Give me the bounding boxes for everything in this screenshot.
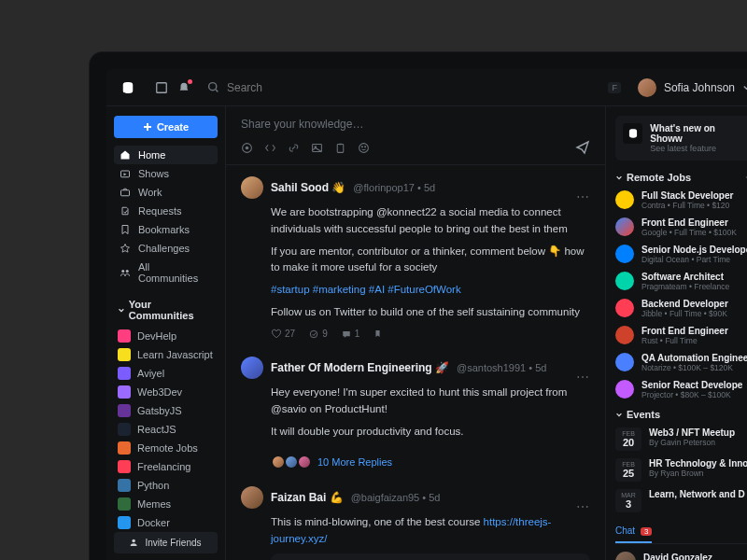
community-aviyel[interactable]: Aviyel (114, 364, 218, 383)
create-button[interactable]: Create (114, 116, 218, 138)
community-learn-javascript[interactable]: Learn Javascript (114, 345, 218, 364)
post-author[interactable]: Sahil Sood 👋 (271, 181, 345, 194)
whats-new-card[interactable]: What's new on Showw See latest feature (615, 116, 747, 161)
company-logo (615, 380, 634, 399)
job-item[interactable]: Full Stack DeveloperContra • Full Time •… (615, 190, 747, 210)
like-button[interactable]: 27 (271, 329, 295, 340)
community-memes[interactable]: Memes (114, 495, 218, 513)
search-field[interactable]: F (200, 77, 628, 98)
communities-heading[interactable]: Your Communities (118, 299, 218, 321)
nav-challenges[interactable]: Challenges (114, 239, 218, 258)
community-freelancing[interactable]: Freelancing (114, 457, 218, 476)
search-icon (207, 81, 219, 93)
svg-point-16 (310, 330, 317, 338)
post-avatar[interactable] (241, 486, 263, 509)
svg-point-15 (365, 146, 366, 147)
job-item[interactable]: Front End EngineerRust • Full Time (615, 326, 747, 345)
nav-requests[interactable]: Requests (114, 202, 218, 220)
composer[interactable]: Share your knowledge… (226, 106, 605, 165)
job-item[interactable]: Software ArchitectPragmateam • Freelance (615, 272, 747, 291)
svg-point-14 (361, 146, 362, 147)
job-item[interactable]: Senior React DevelopeProjector • $80K – … (615, 380, 747, 399)
post-author[interactable]: Father Of Modern Engineering 🚀 (271, 361, 449, 374)
svg-rect-3 (121, 190, 130, 196)
post-body: Hey everyone! I'm super excited to hunt … (241, 385, 590, 440)
post-more-button[interactable]: ⋯ (576, 499, 590, 514)
notifications-icon[interactable] (177, 81, 190, 94)
community-gatsbyjs[interactable]: GatsbyJS (114, 401, 218, 420)
event-item[interactable]: Mar3 Learn, Network and D (615, 489, 747, 512)
post-more-button[interactable]: ⋯ (576, 189, 590, 204)
link-icon[interactable] (288, 142, 300, 154)
post-handle: @baigfaizan95 • 5d (351, 492, 441, 503)
post-avatar[interactable] (241, 176, 263, 199)
clipboard-icon[interactable] (334, 142, 346, 154)
nav-all-communities[interactable]: All Communities (114, 258, 218, 287)
send-icon[interactable] (575, 140, 590, 155)
post-handle: @santosh1991 • 5d (457, 362, 546, 373)
comment-button[interactable]: 1 (341, 329, 360, 340)
feed: Share your knowledge… ⋯ Sahil Sood 👋 @fl… (226, 106, 605, 560)
chat-badge: 3 (641, 527, 652, 536)
nav-work[interactable]: Work (114, 183, 218, 202)
post-more-button[interactable]: ⋯ (576, 370, 590, 385)
post-body: This is mind-blowing, one of the best co… (241, 514, 590, 560)
bookmark-button[interactable] (373, 329, 383, 339)
company-logo (615, 272, 634, 290)
search-input[interactable] (227, 81, 600, 94)
community-icon (118, 404, 131, 417)
community-remote-jobs[interactable]: Remote Jobs (114, 439, 218, 457)
image-icon[interactable] (311, 142, 323, 154)
post-author[interactable]: Faizan Bai 💪 (271, 491, 344, 504)
link-card[interactable]: Three.js Journey — Learn WebGL with Thre… (271, 553, 590, 560)
post: ⋯ Faizan Bai 💪 @baigfaizan95 • 5d This i… (241, 486, 590, 560)
chat-user[interactable]: David GonzalezHello Developers! Anot (615, 552, 747, 560)
community-icon (118, 497, 131, 511)
event-date: Mar3 (615, 489, 641, 512)
search-kbd: F (608, 82, 621, 93)
user-menu[interactable]: Sofia Johnson (638, 78, 747, 97)
job-item[interactable]: Senior Node.js DevelopeDigital Ocean • P… (615, 245, 747, 264)
grid-icon[interactable] (155, 81, 168, 94)
nav-home[interactable]: Home (114, 146, 218, 164)
user-name: Sofia Johnson (664, 81, 735, 94)
chevron-down-icon (118, 306, 125, 314)
event-item[interactable]: Feb25 HR Technology & InnoBy Ryan Brown (615, 458, 747, 482)
boost-button[interactable]: 9 (308, 329, 328, 340)
job-item[interactable]: Backend DeveloperJibble • Full Time • $9… (615, 299, 747, 318)
community-reactjs[interactable]: ReactJS (114, 420, 218, 439)
post-avatar[interactable] (241, 357, 263, 379)
community-web3dev[interactable]: Web3Dev (114, 383, 218, 401)
community-icon (118, 348, 131, 361)
community-devhelp[interactable]: DevHelp (114, 327, 218, 345)
events-heading[interactable]: Events (615, 409, 747, 420)
invite-icon (130, 538, 140, 548)
svg-rect-0 (157, 82, 167, 92)
job-item[interactable]: Front End EngineerGoogle • Full Time • $… (615, 217, 747, 237)
community-python[interactable]: Python (114, 476, 218, 495)
user-avatar (638, 78, 656, 97)
code-icon[interactable] (264, 142, 276, 154)
sidebar: Create HomeShowsWorkRequestsBookmarksCha… (106, 106, 226, 560)
nav-shows[interactable]: Shows (114, 164, 218, 183)
plus-icon (143, 122, 152, 132)
invite-friends-button[interactable]: Invite Friends (114, 532, 218, 553)
app-logo[interactable] (120, 79, 136, 96)
work-icon (120, 187, 131, 198)
job-item[interactable]: QA Automation EngineeNotarize • $100K – … (615, 353, 747, 372)
svg-rect-11 (337, 144, 344, 152)
nav-bookmarks[interactable]: Bookmarks (114, 220, 218, 239)
community-icon (118, 423, 131, 436)
community-docker[interactable]: Docker (114, 513, 218, 532)
emoji-icon[interactable] (358, 142, 370, 154)
svg-point-13 (359, 143, 369, 152)
whats-new-icon (623, 123, 642, 144)
replies-preview[interactable]: 10 More Replies (241, 455, 590, 469)
event-item[interactable]: Feb20 Web3 / NFT MeetupBy Gavin Peterson (615, 427, 747, 451)
remote-jobs-heading[interactable]: Remote Jobs (615, 172, 747, 183)
tab-chat[interactable]: Chat 3 (615, 525, 652, 543)
community-icon (118, 367, 131, 380)
post: ⋯ Sahil Sood 👋 @florinpop17 • 5d We are … (241, 176, 590, 340)
at-icon[interactable] (241, 142, 253, 154)
svg-point-6 (133, 539, 135, 542)
